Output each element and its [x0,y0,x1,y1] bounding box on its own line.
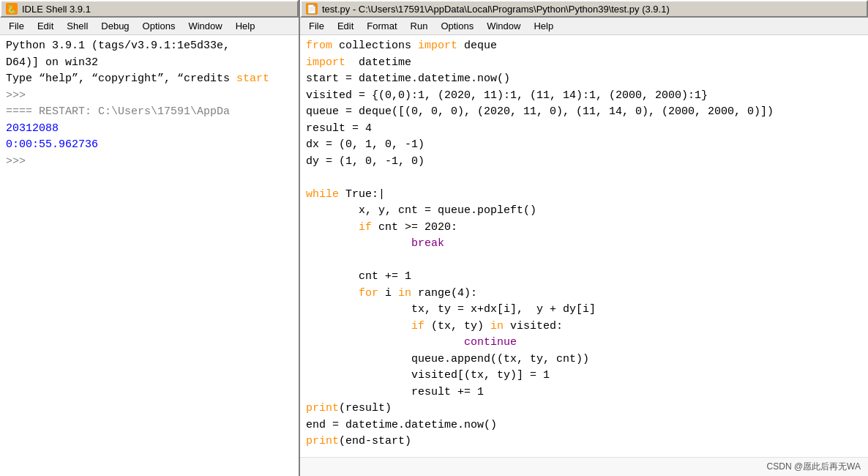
menu-help-editor[interactable]: Help [528,19,559,33]
code-line-23: print(end-start) [306,434,862,450]
code-line-9: while True:| [306,187,862,204]
code-line-12: break [306,236,862,253]
menu-file-editor[interactable]: File [303,19,330,33]
code-line-blank1 [306,170,862,187]
code-line-10: x, y, cnt = queue.popleft() [306,203,862,220]
shell-output-time: 0:00:55.962736 [6,137,293,154]
editor-pane: 📄 test.py - C:\Users\17591\AppData\Local… [300,0,868,476]
menu-run[interactable]: Run [405,19,434,33]
idle-shell-title: IDLE Shell 3.9.1 [22,4,91,15]
editor-menu: File Edit Format Run Options Window Help [300,18,868,35]
menu-shell[interactable]: Shell [61,19,94,33]
code-line-20: result += 1 [306,384,862,401]
menu-options-shell[interactable]: Options [137,19,182,33]
code-line-14: for i in range(4): [306,286,862,302]
code-line-11: if cnt >= 2020: [306,220,862,237]
menu-edit-editor[interactable]: Edit [332,19,359,33]
shell-prompt-2: >>> [6,154,293,171]
menu-debug[interactable]: Debug [95,19,135,33]
editor-content[interactable]: from collections import deque import dat… [300,35,868,457]
shell-line-1: Python 3.9.1 (tags/v3.9.1:1e5d33e, [6,38,293,55]
code-line-13: cnt += 1 [306,269,862,286]
menu-window-shell[interactable]: Window [182,19,228,33]
menu-format[interactable]: Format [361,19,403,33]
menu-edit-shell[interactable]: Edit [31,19,59,33]
code-line-18: queue.append((tx, ty, cnt)) [306,352,862,368]
code-line-6: result = 4 [306,121,862,138]
code-line-22: end = datetime.datetime.now() [306,417,862,434]
idle-shell-pane: 🐍 IDLE Shell 3.9.1 File Edit Shell Debug… [0,0,300,476]
menu-help-shell[interactable]: Help [230,19,261,33]
shell-output-num: 20312088 [6,121,293,138]
shell-line-3: Type “help”, “copyright”, “credits start [6,71,293,88]
menu-window-editor[interactable]: Window [481,19,526,33]
shell-line-2: D64)] on win32 [6,55,293,72]
editor-title-bar: 📄 test.py - C:\Users\17591\AppData\Local… [300,0,868,18]
idle-shell-title-bar: 🐍 IDLE Shell 3.9.1 [0,0,299,18]
shell-content[interactable]: Python 3.9.1 (tags/v3.9.1:1e5d33e, D64)]… [0,35,299,476]
code-line-15: tx, ty = x+dx[i], y + dy[i] [306,302,862,319]
menu-file-shell[interactable]: File [3,19,30,33]
code-line-16: if (tx, ty) in visited: [306,319,862,335]
shell-prompt-1: >>> [6,88,293,105]
code-line-19: visited[(tx, ty)] = 1 [306,368,862,384]
code-line-17: continue [306,335,862,352]
idle-shell-menu: File Edit Shell Debug Options Window Hel… [0,18,299,35]
menu-options-editor[interactable]: Options [435,19,479,33]
code-line-4: visited = {(0,0):1, (2020, 11):1, (11, 1… [306,88,862,105]
shell-restart: ==== RESTART: C:\Users\17591\AppDa [6,104,293,121]
code-line-2: import datetime [306,55,862,72]
code-line-1: from collections import deque [306,38,862,55]
editor-icon: 📄 [306,3,318,15]
code-line-3: start = datetime.datetime.now() [306,71,862,88]
code-line-8: dy = (1, 0, -1, 0) [306,154,862,171]
idle-icon: 🐍 [6,3,18,15]
code-line-blank2 [306,253,862,269]
code-line-7: dx = (0, 1, 0, -1) [306,137,862,154]
editor-title: test.py - C:\Users\17591\AppData\Local\P… [322,4,670,15]
code-line-21: print(result) [306,401,862,417]
code-line-5: queue = deque([(0, 0, 0), (2020, 11, 0),… [306,104,862,121]
watermark: CSDN @愿此后再无WA [300,457,868,476]
